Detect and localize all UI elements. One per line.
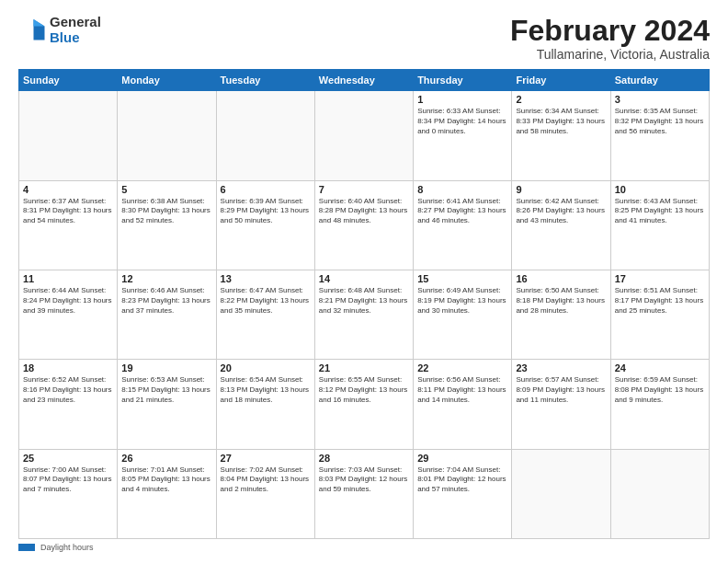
day-number: 13 <box>221 273 311 284</box>
day-info: Sunrise: 6:56 AM Sunset: 8:11 PM Dayligh… <box>417 375 507 405</box>
table-row: 16Sunrise: 6:50 AM Sunset: 8:18 PM Dayli… <box>512 270 610 359</box>
month-title: February 2024 <box>510 15 710 47</box>
day-info: Sunrise: 6:47 AM Sunset: 8:22 PM Dayligh… <box>221 286 311 316</box>
day-number: 24 <box>615 362 705 373</box>
table-row: 8Sunrise: 6:41 AM Sunset: 8:27 PM Daylig… <box>414 180 512 270</box>
day-info: Sunrise: 6:33 AM Sunset: 8:34 PM Dayligh… <box>417 107 507 136</box>
day-info: Sunrise: 7:02 AM Sunset: 8:04 PM Dayligh… <box>221 465 311 495</box>
day-info: Sunrise: 6:50 AM Sunset: 8:18 PM Dayligh… <box>516 286 606 316</box>
table-row: 1Sunrise: 6:33 AM Sunset: 8:34 PM Daylig… <box>414 91 512 180</box>
day-number: 3 <box>615 94 705 105</box>
day-number: 23 <box>516 362 606 373</box>
day-number: 21 <box>319 362 409 373</box>
calendar-header-row: Sunday Monday Tuesday Wednesday Thursday… <box>19 70 710 91</box>
day-number: 14 <box>319 273 409 284</box>
table-row: 20Sunrise: 6:54 AM Sunset: 8:13 PM Dayli… <box>216 360 314 449</box>
day-number: 1 <box>417 94 507 105</box>
title-block: February 2024 Tullamarine, Victoria, Aus… <box>510 15 710 62</box>
day-info: Sunrise: 6:54 AM Sunset: 8:13 PM Dayligh… <box>221 375 311 405</box>
day-info: Sunrise: 6:51 AM Sunset: 8:17 PM Dayligh… <box>615 286 705 316</box>
day-info: Sunrise: 6:38 AM Sunset: 8:30 PM Dayligh… <box>121 197 211 226</box>
table-row: 21Sunrise: 6:55 AM Sunset: 8:12 PM Dayli… <box>314 360 413 449</box>
location: Tullamarine, Victoria, Australia <box>510 47 710 62</box>
col-sunday: Sunday <box>19 70 118 91</box>
day-number: 9 <box>516 184 606 195</box>
logo: General Blue <box>18 15 101 45</box>
table-row: 18Sunrise: 6:52 AM Sunset: 8:16 PM Dayli… <box>19 360 118 449</box>
table-row: 12Sunrise: 6:46 AM Sunset: 8:23 PM Dayli… <box>118 270 216 359</box>
calendar-table: Sunday Monday Tuesday Wednesday Thursday… <box>18 69 710 539</box>
footer-label: Daylight hours <box>40 543 94 552</box>
day-number: 27 <box>221 453 311 464</box>
col-monday: Monday <box>118 70 216 91</box>
logo-text: General Blue <box>50 15 101 45</box>
page: General Blue February 2024 Tullamarine, … <box>0 0 728 563</box>
day-number: 28 <box>319 453 409 464</box>
day-info: Sunrise: 6:59 AM Sunset: 8:08 PM Dayligh… <box>615 375 705 405</box>
table-row <box>19 91 118 180</box>
logo-blue-text: Blue <box>50 30 101 46</box>
day-number: 25 <box>23 453 113 464</box>
table-row: 23Sunrise: 6:57 AM Sunset: 8:09 PM Dayli… <box>512 360 610 449</box>
col-wednesday: Wednesday <box>314 70 413 91</box>
header: General Blue February 2024 Tullamarine, … <box>18 15 710 62</box>
table-row: 5Sunrise: 6:38 AM Sunset: 8:30 PM Daylig… <box>118 180 216 270</box>
col-tuesday: Tuesday <box>216 70 314 91</box>
day-info: Sunrise: 6:48 AM Sunset: 8:21 PM Dayligh… <box>319 286 409 316</box>
col-thursday: Thursday <box>414 70 512 91</box>
day-info: Sunrise: 6:49 AM Sunset: 8:19 PM Dayligh… <box>417 286 507 316</box>
day-info: Sunrise: 6:53 AM Sunset: 8:15 PM Dayligh… <box>121 375 211 405</box>
day-info: Sunrise: 6:39 AM Sunset: 8:29 PM Dayligh… <box>221 197 311 226</box>
day-number: 18 <box>23 362 113 373</box>
table-row: 11Sunrise: 6:44 AM Sunset: 8:24 PM Dayli… <box>19 270 118 359</box>
day-info: Sunrise: 6:46 AM Sunset: 8:23 PM Dayligh… <box>121 286 211 316</box>
day-number: 7 <box>319 184 409 195</box>
table-row <box>610 449 709 538</box>
day-number: 20 <box>221 362 311 373</box>
logo-general-text: General <box>50 15 101 30</box>
table-row: 15Sunrise: 6:49 AM Sunset: 8:19 PM Dayli… <box>414 270 512 359</box>
table-row: 9Sunrise: 6:42 AM Sunset: 8:26 PM Daylig… <box>512 180 610 270</box>
day-number: 2 <box>516 94 606 105</box>
table-row: 17Sunrise: 6:51 AM Sunset: 8:17 PM Dayli… <box>610 270 709 359</box>
calendar-week-row: 18Sunrise: 6:52 AM Sunset: 8:16 PM Dayli… <box>19 360 710 449</box>
day-info: Sunrise: 6:35 AM Sunset: 8:32 PM Dayligh… <box>615 107 705 136</box>
footer-note: Daylight hours <box>18 543 710 552</box>
table-row: 22Sunrise: 6:56 AM Sunset: 8:11 PM Dayli… <box>414 360 512 449</box>
day-info: Sunrise: 6:55 AM Sunset: 8:12 PM Dayligh… <box>319 375 409 405</box>
table-row: 6Sunrise: 6:39 AM Sunset: 8:29 PM Daylig… <box>216 180 314 270</box>
table-row <box>118 91 216 180</box>
day-info: Sunrise: 6:37 AM Sunset: 8:31 PM Dayligh… <box>23 197 113 226</box>
table-row: 10Sunrise: 6:43 AM Sunset: 8:25 PM Dayli… <box>610 180 709 270</box>
day-info: Sunrise: 6:41 AM Sunset: 8:27 PM Dayligh… <box>417 197 507 226</box>
day-number: 8 <box>417 184 507 195</box>
calendar-week-row: 25Sunrise: 7:00 AM Sunset: 8:07 PM Dayli… <box>19 449 710 538</box>
table-row: 25Sunrise: 7:00 AM Sunset: 8:07 PM Dayli… <box>19 449 118 538</box>
table-row <box>216 91 314 180</box>
table-row: 28Sunrise: 7:03 AM Sunset: 8:03 PM Dayli… <box>314 449 413 538</box>
day-info: Sunrise: 6:42 AM Sunset: 8:26 PM Dayligh… <box>516 197 606 226</box>
table-row <box>512 449 610 538</box>
day-info: Sunrise: 7:00 AM Sunset: 8:07 PM Dayligh… <box>23 465 113 495</box>
day-info: Sunrise: 6:43 AM Sunset: 8:25 PM Dayligh… <box>615 197 705 226</box>
day-info: Sunrise: 7:04 AM Sunset: 8:01 PM Dayligh… <box>417 465 507 495</box>
table-row: 7Sunrise: 6:40 AM Sunset: 8:28 PM Daylig… <box>314 180 413 270</box>
table-row: 14Sunrise: 6:48 AM Sunset: 8:21 PM Dayli… <box>314 270 413 359</box>
day-number: 4 <box>23 184 113 195</box>
table-row: 24Sunrise: 6:59 AM Sunset: 8:08 PM Dayli… <box>610 360 709 449</box>
day-number: 5 <box>121 184 211 195</box>
day-info: Sunrise: 6:52 AM Sunset: 8:16 PM Dayligh… <box>23 375 113 405</box>
col-friday: Friday <box>512 70 610 91</box>
day-number: 17 <box>615 273 705 284</box>
table-row: 29Sunrise: 7:04 AM Sunset: 8:01 PM Dayli… <box>414 449 512 538</box>
col-saturday: Saturday <box>610 70 709 91</box>
logo-icon <box>18 17 46 44</box>
svg-marker-1 <box>34 19 45 27</box>
day-number: 11 <box>23 273 113 284</box>
day-info: Sunrise: 7:01 AM Sunset: 8:05 PM Dayligh… <box>121 465 211 495</box>
table-row: 26Sunrise: 7:01 AM Sunset: 8:05 PM Dayli… <box>118 449 216 538</box>
day-number: 19 <box>121 362 211 373</box>
day-info: Sunrise: 6:40 AM Sunset: 8:28 PM Dayligh… <box>319 197 409 226</box>
table-row: 3Sunrise: 6:35 AM Sunset: 8:32 PM Daylig… <box>610 91 709 180</box>
day-info: Sunrise: 7:03 AM Sunset: 8:03 PM Dayligh… <box>319 465 409 495</box>
